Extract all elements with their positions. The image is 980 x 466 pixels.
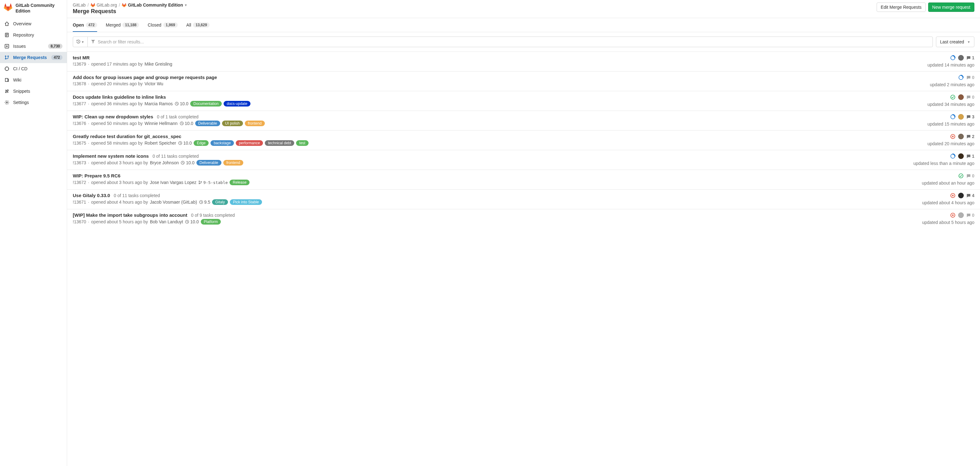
assignee-avatar[interactable] (958, 55, 964, 60)
mr-label[interactable]: Deliverable (196, 160, 221, 165)
pipeline-status-success-icon[interactable] (958, 173, 964, 179)
mr-opened: opened 20 minutes ago by (91, 81, 143, 86)
tab-open[interactable]: Open472 (73, 18, 97, 32)
comments-count[interactable]: 1 (966, 55, 974, 60)
comments-count[interactable]: 2 (966, 134, 974, 139)
comments-count[interactable]: 0 (966, 95, 974, 100)
comments-count[interactable]: 0 (966, 213, 974, 218)
pipeline-status-running-icon[interactable] (958, 75, 964, 80)
svg-point-2 (5, 56, 6, 57)
pipeline-status-running-icon[interactable] (950, 55, 956, 60)
sort-dropdown[interactable]: Last created ▼ (936, 37, 974, 47)
mr-label[interactable]: frontend (245, 121, 265, 126)
pipeline-status-failed-icon[interactable] (950, 212, 956, 218)
mr-updated: updated about an hour ago (922, 181, 974, 186)
mr-author[interactable]: Bryce Johnson (150, 160, 179, 165)
tab-all[interactable]: All13,629 (186, 18, 210, 32)
sidebar-header[interactable]: GitLab Community Edition (0, 0, 67, 16)
merge-request-list: test MR!13679 · opened 17 minutes ago by… (67, 51, 980, 229)
assignee-avatar[interactable] (958, 134, 964, 139)
mr-title-link[interactable]: Docs update links guideline to inline li… (73, 94, 166, 100)
tab-closed[interactable]: Closed1,969 (148, 18, 178, 32)
mr-label[interactable]: Edge (194, 140, 208, 146)
milestone[interactable]: 9.5 (199, 200, 210, 205)
assignee-avatar[interactable] (958, 193, 964, 198)
mr-author[interactable]: Mike Greisling (145, 62, 172, 67)
mr-label[interactable]: Deliverable (195, 121, 220, 126)
comments-count[interactable]: 4 (966, 193, 974, 198)
milestone[interactable]: 10.0 (175, 101, 188, 106)
mr-author[interactable]: Winnie Hellmann (145, 121, 178, 126)
target-branch[interactable]: 9-5-stable (198, 180, 228, 185)
pipeline-status-success-icon[interactable] (950, 94, 956, 100)
breadcrumb-group[interactable]: GitLab.org (91, 3, 117, 8)
main-content: GitLab / GitLab.org / GitLab Community E… (67, 0, 980, 466)
mr-label[interactable]: Gitaly (212, 199, 228, 205)
breadcrumb-sep: / (88, 3, 89, 8)
comments-count[interactable]: 0 (966, 173, 974, 178)
comments-count[interactable]: 1 (966, 154, 974, 159)
mr-author[interactable]: Victor Wu (145, 81, 163, 86)
edit-merge-requests-button[interactable]: Edit Merge Requests (877, 3, 926, 12)
mr-label[interactable]: backstage (210, 140, 234, 146)
mr-title-link[interactable]: Add docs for group issues page and group… (73, 75, 217, 80)
filter-history-button[interactable]: ▼ (73, 37, 88, 47)
pipeline-status-failed-icon[interactable] (950, 134, 956, 139)
mr-author[interactable]: Jose Ivan Vargas Lopez (150, 180, 196, 185)
mr-title-link[interactable]: test MR (73, 55, 90, 60)
mr-title-link[interactable]: Greatly reduce test duration for git_acc… (73, 134, 181, 139)
mr-label[interactable]: UI polish (222, 121, 243, 126)
sidebar-item-repository[interactable]: Repository (0, 29, 67, 41)
sidebar-item-settings[interactable]: Settings (0, 97, 67, 108)
mr-label[interactable]: test (296, 140, 308, 146)
mr-label[interactable]: Documentation (190, 101, 222, 107)
mr-label[interactable]: docs-update (224, 101, 250, 107)
pipeline-status-failed-icon[interactable] (950, 193, 956, 198)
mr-label[interactable]: frontend (223, 160, 243, 165)
mr-author[interactable]: Bob Van Landuyt (150, 219, 183, 224)
sidebar-item-ci-cd[interactable]: CI / CD (0, 63, 67, 74)
comments-count[interactable]: 3 (966, 115, 974, 119)
mr-title-link[interactable]: [WIP] Make the import take subgroups int… (73, 212, 188, 218)
new-merge-request-button[interactable]: New merge request (928, 3, 974, 12)
mr-ref: !13670 (73, 219, 86, 224)
search-filter-input[interactable] (98, 37, 929, 47)
mr-label[interactable]: performance (236, 140, 263, 146)
assignee-avatar[interactable] (958, 94, 964, 100)
sidebar-item-merge-requests[interactable]: Merge Requests472 (0, 52, 67, 63)
gitlab-logo-icon (122, 3, 126, 8)
merge-request-item: Add docs for group issues page and group… (67, 71, 980, 91)
tab-count: 472 (86, 22, 97, 27)
comments-count[interactable]: 0 (966, 75, 974, 80)
mr-title-link[interactable]: Implement new system note icons (73, 153, 149, 159)
milestone[interactable]: 10.0 (185, 219, 199, 224)
breadcrumb-root[interactable]: GitLab (73, 3, 86, 8)
mr-label[interactable]: Pick into Stable (230, 199, 262, 205)
mr-opened: opened 50 minutes ago by (91, 121, 143, 126)
assignee-avatar[interactable] (958, 153, 964, 159)
mr-author[interactable]: Marcia Ramos (145, 101, 173, 106)
milestone[interactable]: 10.0 (180, 121, 193, 126)
mr-label[interactable]: Platform (201, 219, 221, 224)
mr-label[interactable]: Release (229, 180, 250, 185)
sidebar-item-overview[interactable]: Overview (0, 18, 67, 29)
mr-ref: !13673 (73, 160, 86, 165)
assignee-avatar[interactable] (958, 212, 964, 218)
nav-icon (4, 21, 10, 26)
pipeline-status-running-icon[interactable] (950, 153, 956, 159)
tab-merged[interactable]: Merged11,188 (106, 18, 139, 32)
sidebar-item-snippets[interactable]: Snippets (0, 86, 67, 97)
mr-author[interactable]: Jacob Vosmaer (GitLab) (150, 200, 197, 205)
sidebar-item-issues[interactable]: Issues8,730 (0, 41, 67, 52)
assignee-avatar[interactable] (958, 114, 964, 119)
mr-title-link[interactable]: WIP: Prepare 9.5 RC6 (73, 173, 121, 178)
breadcrumb-project[interactable]: GitLab Community Edition ▼ (122, 3, 187, 8)
sidebar-item-wiki[interactable]: Wiki (0, 74, 67, 86)
pipeline-status-running-icon[interactable] (950, 114, 956, 119)
milestone[interactable]: 10.0 (178, 140, 192, 146)
mr-label[interactable]: technical debt (265, 140, 294, 146)
milestone[interactable]: 10.0 (180, 160, 194, 165)
mr-title-link[interactable]: WIP: Clean up new dropdown styles (73, 114, 153, 119)
mr-title-link[interactable]: Use Gitaly 0.33.0 (73, 193, 110, 198)
mr-author[interactable]: Robert Speicher (145, 140, 176, 146)
